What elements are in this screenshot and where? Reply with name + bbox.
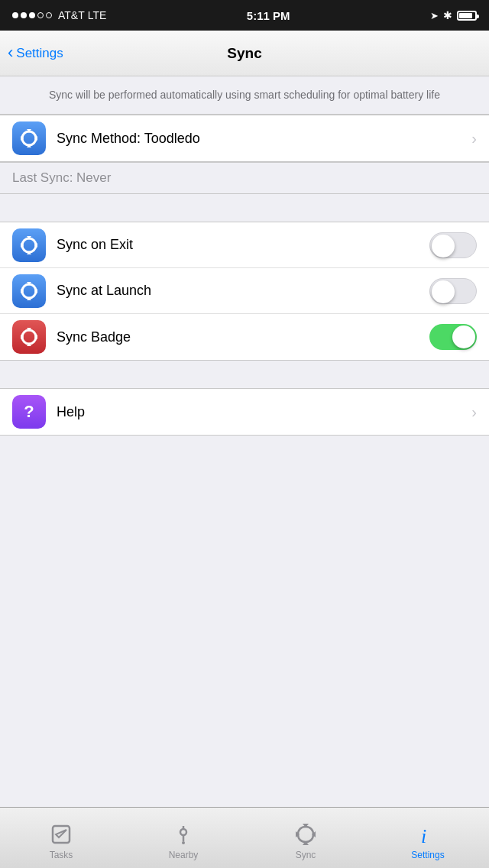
help-chevron-icon: › xyxy=(471,403,477,421)
sync-on-exit-toggle-thumb xyxy=(432,235,455,257)
sync-arrows-exit-icon xyxy=(18,235,40,256)
battery-fill xyxy=(459,13,472,18)
info-banner-text: Sync will be performed automatically usi… xyxy=(49,89,440,101)
help-row[interactable]: ? Help › xyxy=(0,389,489,435)
tab-nearby[interactable]: Nearby xyxy=(122,816,244,860)
sync-tab-icon xyxy=(293,822,318,847)
sync-arrows-badge-icon xyxy=(18,326,40,348)
svg-text:i: i xyxy=(421,825,426,846)
last-sync-label: Last Sync: Never xyxy=(12,170,111,185)
tab-bar: Tasks Nearby Sync xyxy=(0,807,489,868)
status-bar: AT&T LTE 5:11 PM ➤ ✱ xyxy=(0,0,489,31)
section-divider-2 xyxy=(0,361,489,388)
status-left: AT&T LTE xyxy=(12,9,106,21)
sync-on-exit-icon xyxy=(12,228,46,262)
sync-tab-label: Sync xyxy=(296,850,316,860)
sync-on-exit-row[interactable]: Sync on Exit xyxy=(0,222,489,268)
sync-badge-label: Sync Badge xyxy=(57,329,429,345)
settings-icon-svg: i xyxy=(416,823,439,846)
svg-point-18 xyxy=(180,829,186,835)
sync-arrows-launch-icon xyxy=(18,280,40,302)
sync-badge-row[interactable]: Sync Badge xyxy=(0,314,489,360)
settings-tab-label: Settings xyxy=(411,850,444,860)
svg-marker-17 xyxy=(56,830,66,837)
question-mark-icon: ? xyxy=(24,402,34,422)
tasks-tab-icon xyxy=(49,822,73,847)
sync-method-label: Sync Method: Toodledo xyxy=(57,131,471,147)
status-right: ➤ ✱ xyxy=(430,9,477,21)
help-group: ? Help › xyxy=(0,388,489,436)
battery-icon xyxy=(457,11,477,21)
sync-method-icon xyxy=(12,121,46,155)
sync-badge-toggle[interactable] xyxy=(429,324,477,350)
carrier-label: AT&T xyxy=(58,9,85,21)
dot5 xyxy=(46,12,52,18)
sync-badge-toggle-thumb xyxy=(452,326,475,348)
back-button[interactable]: ‹ Settings xyxy=(8,46,63,61)
section-divider-1 xyxy=(0,194,489,222)
dot1 xyxy=(12,12,18,18)
nav-bar: ‹ Settings Sync xyxy=(0,31,489,76)
sync-at-launch-label: Sync at Launch xyxy=(57,283,429,299)
sync-on-exit-toggle[interactable] xyxy=(429,232,477,258)
location-icon: ➤ xyxy=(430,10,439,21)
sync-method-chevron-icon: › xyxy=(471,130,477,147)
back-chevron-icon: ‹ xyxy=(8,44,13,61)
toggle-group: Sync on Exit Sync at Launch xyxy=(0,222,489,361)
back-label: Settings xyxy=(16,46,63,61)
svg-point-20 xyxy=(182,841,185,844)
time-label: 5:11 PM xyxy=(247,9,290,22)
bluetooth-icon: ✱ xyxy=(443,9,452,21)
dot2 xyxy=(21,12,27,18)
help-icon: ? xyxy=(12,395,46,429)
tab-settings[interactable]: i Settings xyxy=(367,816,489,860)
sync-at-launch-toggle-thumb xyxy=(432,280,455,303)
tab-sync[interactable]: Sync xyxy=(244,816,367,860)
signal-dots xyxy=(12,12,52,18)
sync-badge-icon xyxy=(12,320,46,354)
sync-at-launch-icon xyxy=(12,274,46,308)
sync-method-group: Sync Method: Toodledo › xyxy=(0,115,489,162)
tasks-icon-svg xyxy=(50,823,73,846)
sync-on-exit-label: Sync on Exit xyxy=(57,237,429,253)
nav-title: Sync xyxy=(227,45,261,62)
dot3 xyxy=(29,12,35,18)
background-area xyxy=(0,436,489,837)
sync-arrows-icon xyxy=(18,128,40,149)
sync-at-launch-row[interactable]: Sync at Launch xyxy=(0,268,489,314)
nearby-icon-svg xyxy=(172,823,195,846)
network-label: LTE xyxy=(88,9,107,21)
nearby-tab-label: Nearby xyxy=(169,850,199,860)
nearby-tab-icon xyxy=(171,822,196,847)
help-label: Help xyxy=(57,404,471,420)
tasks-tab-label: Tasks xyxy=(50,850,73,860)
sync-at-launch-toggle[interactable] xyxy=(429,278,477,304)
settings-tab-icon: i xyxy=(416,822,440,847)
last-sync-row: Last Sync: Never xyxy=(0,162,489,194)
info-banner: Sync will be performed automatically usi… xyxy=(0,76,489,115)
sync-method-row[interactable]: Sync Method: Toodledo › xyxy=(0,115,489,161)
dot4 xyxy=(37,12,44,18)
tab-tasks[interactable]: Tasks xyxy=(0,816,122,860)
sync-icon-tab-svg xyxy=(293,822,318,847)
